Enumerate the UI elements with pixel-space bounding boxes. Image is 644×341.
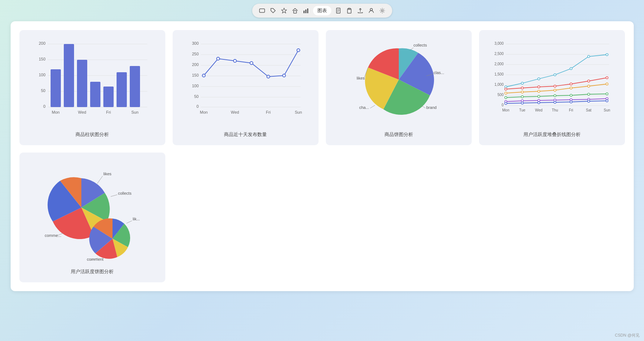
pie-product-card: collects clas... brand cha... likes 商品饼图…	[326, 30, 472, 145]
star-icon[interactable]	[280, 7, 288, 15]
svg-text:Sun: Sun	[295, 110, 302, 114]
svg-text:2,500: 2,500	[494, 52, 503, 56]
svg-point-84	[505, 86, 507, 88]
svg-text:1,000: 1,000	[494, 82, 503, 87]
browser-bar: 图表	[0, 0, 644, 21]
stacked-line-title: 用户活跃度堆叠折线图分析	[523, 131, 581, 138]
line-chart-card: 300 250 200 150 100 50 0	[173, 30, 319, 145]
svg-rect-29	[117, 72, 127, 107]
svg-point-124	[588, 100, 590, 102]
pie-product-title: 商品饼图分析	[384, 131, 413, 138]
svg-text:Mon: Mon	[52, 110, 59, 114]
svg-text:Sun: Sun	[604, 108, 610, 112]
svg-text:Tue: Tue	[519, 108, 525, 112]
bar-chart-container: 200 150 100 50 0	[27, 37, 158, 127]
svg-point-90	[606, 54, 608, 56]
svg-point-100	[538, 90, 540, 92]
svg-point-12	[370, 8, 372, 11]
svg-text:100: 100	[192, 84, 198, 88]
svg-text:250: 250	[192, 52, 198, 56]
pie-product-container: collects clas... brand cha... likes	[333, 37, 464, 127]
svg-point-91	[505, 88, 507, 90]
svg-point-116	[570, 99, 572, 101]
svg-text:200: 200	[192, 62, 198, 67]
svg-point-85	[521, 82, 523, 84]
svg-point-109	[570, 94, 572, 96]
line-chart-container: 300 250 200 150 100 50 0	[180, 37, 311, 127]
svg-point-110	[588, 93, 590, 95]
svg-point-96	[588, 80, 590, 82]
tag-icon[interactable]	[269, 7, 277, 15]
document-icon[interactable]	[334, 7, 342, 15]
svg-point-118	[606, 98, 608, 100]
svg-text:50: 50	[194, 94, 198, 99]
svg-text:Sat: Sat	[586, 108, 591, 112]
svg-text:Sun: Sun	[131, 110, 139, 114]
gear-icon[interactable]	[378, 7, 386, 15]
stacked-line-container: 3,000 2,500 2,000 1,500 1,000 500 0	[486, 37, 618, 127]
svg-point-125	[606, 100, 608, 102]
svg-rect-5	[307, 8, 308, 13]
person-icon[interactable]	[367, 7, 375, 15]
svg-text:Wed: Wed	[535, 108, 542, 112]
svg-point-108	[554, 95, 556, 97]
clipboard-icon[interactable]	[345, 7, 353, 15]
svg-text:300: 300	[192, 41, 198, 45]
svg-point-103	[588, 85, 590, 87]
svg-text:collects: collects	[413, 43, 427, 47]
svg-text:2,000: 2,000	[494, 62, 503, 66]
svg-point-101	[554, 89, 556, 91]
svg-text:200: 200	[38, 41, 45, 45]
svg-text:brand: brand	[426, 105, 437, 110]
svg-point-88	[570, 67, 572, 70]
main-content: 200 150 100 50 0	[11, 21, 634, 291]
svg-rect-24	[51, 69, 61, 107]
upload-icon[interactable]	[356, 7, 364, 15]
svg-text:likes: likes	[103, 172, 112, 176]
svg-text:lik...: lik...	[133, 217, 140, 221]
svg-text:0: 0	[501, 103, 504, 107]
svg-line-136	[111, 195, 117, 197]
svg-point-53	[267, 75, 270, 78]
bar-chart-title: 商品柱状图分析	[76, 131, 109, 138]
svg-point-111	[606, 93, 608, 95]
svg-rect-0	[260, 9, 265, 12]
svg-text:3,000: 3,000	[494, 41, 503, 45]
svg-point-104	[606, 83, 608, 85]
home-icon[interactable]	[291, 7, 299, 15]
svg-text:0: 0	[196, 104, 198, 109]
svg-text:150: 150	[192, 73, 198, 77]
svg-point-52	[250, 62, 253, 65]
rectangle-icon[interactable]	[258, 7, 266, 15]
svg-text:50: 50	[41, 88, 45, 93]
svg-text:500: 500	[497, 93, 504, 97]
bar-chart-icon[interactable]	[302, 7, 310, 15]
svg-point-105	[505, 96, 507, 99]
bottom-charts-grid: likes collects coupons comme...	[19, 153, 625, 282]
svg-text:Fri: Fri	[266, 110, 271, 114]
svg-rect-28	[103, 87, 114, 107]
page-title: 图表	[317, 7, 327, 14]
svg-text:150: 150	[38, 57, 45, 61]
svg-text:Wed: Wed	[231, 110, 239, 114]
browser-title: 图表	[313, 6, 331, 15]
svg-point-122	[554, 101, 556, 103]
svg-text:comme...: comme...	[45, 233, 61, 238]
pie-user-container: likes collects coupons comme...	[27, 160, 158, 264]
svg-rect-25	[64, 44, 74, 107]
svg-text:Fri: Fri	[569, 108, 573, 112]
pie-user-card: likes collects coupons comme...	[19, 153, 165, 282]
svg-line-67	[370, 105, 375, 108]
svg-text:likes: likes	[357, 76, 365, 80]
svg-rect-30	[130, 66, 140, 107]
pie-user-title: 用户活跃度饼图分析	[71, 268, 114, 275]
svg-point-119	[505, 102, 507, 104]
svg-point-97	[606, 77, 608, 79]
svg-point-114	[538, 99, 540, 102]
svg-point-107	[538, 95, 540, 98]
svg-text:1,500: 1,500	[494, 72, 503, 76]
svg-text:Mon: Mon	[502, 108, 509, 112]
watermark: CSDN @何见	[615, 333, 640, 338]
svg-text:Wed: Wed	[78, 110, 86, 114]
svg-text:cha...: cha...	[359, 105, 369, 110]
